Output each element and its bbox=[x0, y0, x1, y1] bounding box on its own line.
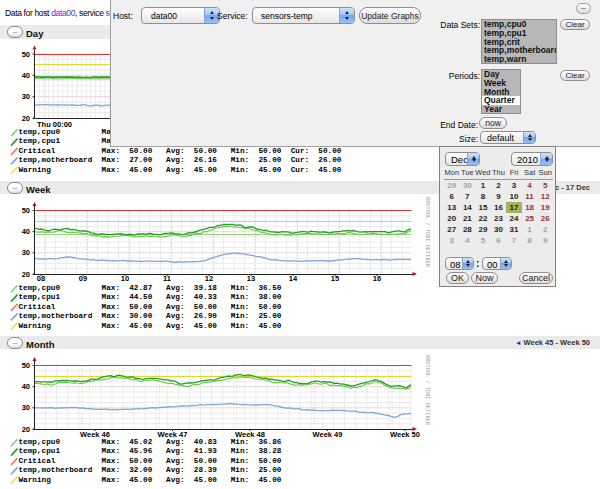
svg-text:Week 50: Week 50 bbox=[390, 430, 420, 439]
svg-text:Week 49: Week 49 bbox=[313, 430, 343, 439]
svg-text:40: 40 bbox=[22, 382, 30, 391]
svg-text:RRDTOOL / TOBI OETIKER: RRDTOOL / TOBI OETIKER bbox=[424, 355, 430, 426]
svg-text:30: 30 bbox=[22, 403, 30, 412]
svg-text:50: 50 bbox=[22, 361, 30, 370]
svg-text:20: 20 bbox=[22, 425, 30, 434]
